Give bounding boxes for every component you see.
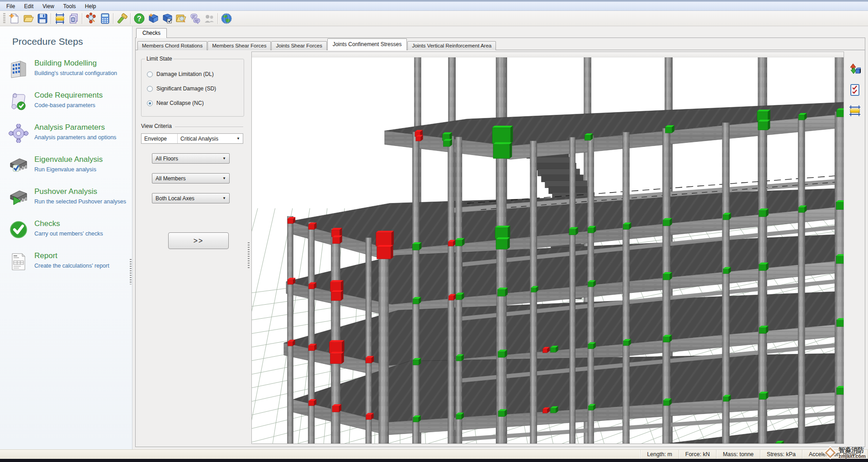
radio-label: Significant Damage (SD) — [156, 85, 216, 92]
view-criteria-header: View Criteria — [141, 123, 243, 129]
toolbar-separator — [51, 13, 51, 24]
members-dropdown[interactable]: All Members▼ — [152, 173, 230, 184]
sidebar-item-eigenvalue-analysis[interactable]: Eigenvalue AnalysisRun Eigenvalue analys… — [8, 156, 132, 175]
axes-dropdown[interactable]: Both Local Axes▼ — [152, 193, 230, 203]
sidebar-item-code-requirements[interactable]: Code RequirementsCode-based parameters — [8, 91, 132, 111]
criteria-controls: Limit State Damage Limitation (DL) Signi… — [136, 50, 246, 447]
checks-list-icon[interactable] — [848, 83, 862, 97]
radio-icon[interactable] — [147, 100, 153, 106]
radio-significant-damage[interactable]: Significant Damage (SD) — [147, 85, 239, 92]
floors-dropdown[interactable]: All Floors▼ — [152, 153, 230, 164]
new-document-icon[interactable] — [7, 12, 21, 25]
analysis-dropdown-value: Critical Analysis — [180, 136, 218, 142]
tab-joints-shear-forces[interactable]: Joints Shear Forces — [271, 41, 326, 50]
chip-run-icon — [8, 188, 29, 207]
display-settings-icon[interactable] — [115, 12, 129, 25]
view-criteria-legend: View Criteria — [141, 123, 172, 129]
toolbar-separator — [217, 13, 218, 24]
model-viewport[interactable] — [251, 52, 844, 444]
tab-label: Joints Shear Forces — [276, 43, 322, 48]
radio-label: Near Collapse (NC) — [156, 100, 204, 106]
tab-label: Joints Confinement Stresses — [333, 41, 402, 47]
open-project-icon[interactable] — [21, 12, 35, 25]
building-3d-scene[interactable] — [252, 57, 844, 443]
step-title: Pushover Analysis — [34, 188, 126, 196]
step-subtitle: Carry out members' checks — [34, 231, 103, 237]
step-subtitle: Create the calculations' report — [34, 263, 109, 269]
code-report-icon[interactable] — [66, 12, 80, 25]
radio-label: Damage Limitation (DL) — [156, 71, 214, 77]
building-modelling-icon[interactable] — [52, 12, 66, 25]
status-mass-units: Mass: tonne — [717, 450, 760, 459]
tab-joints-confinement-stresses[interactable]: Joints Confinement Stresses — [327, 38, 407, 50]
deformed-view-icon[interactable] — [848, 62, 862, 76]
controls-splitter[interactable] — [246, 50, 251, 447]
eigenvalue-model-icon[interactable] — [84, 12, 98, 25]
step-subtitle: Run Eigenvalue analysis — [34, 166, 103, 173]
radio-icon[interactable] — [147, 71, 153, 77]
limit-state-legend: Limit State — [145, 56, 174, 62]
sidebar-item-checks[interactable]: ChecksCarry out members' checks — [8, 220, 132, 240]
procedure-steps-panel: Procedure Steps Building ModellingBuildi… — [0, 26, 132, 449]
tab-joints-vertical-reinforcement-area[interactable]: Joints Vertical Reinforcement Area — [407, 41, 496, 50]
sidebar-item-report[interactable]: ReportCreate the calculations' report — [8, 252, 132, 272]
analysis-dropdown[interactable]: Critical Analysis▼ — [178, 134, 243, 143]
step-subtitle: Run the selected Pushover analyses — [34, 198, 126, 205]
menu-tools[interactable]: Tools — [59, 2, 80, 10]
envelope-analysis-select[interactable]: Envelope Critical Analysis▼ — [141, 133, 243, 144]
sidebar-item-analysis-parameters[interactable]: Analysis ParametersAnalysis parameters a… — [8, 123, 132, 143]
toolbar-separator — [113, 13, 113, 24]
member-section-icon[interactable] — [848, 104, 862, 118]
chevron-down-icon: ▼ — [236, 137, 240, 141]
help-icon[interactable]: ? — [132, 12, 146, 25]
menu-edit[interactable]: Edit — [19, 2, 38, 10]
tab-label: Members Chord Rotations — [142, 43, 203, 48]
limit-state-group: Limit State Damage Limitation (DL) Signi… — [141, 56, 244, 117]
support-disabled-icon — [202, 12, 216, 25]
viewport-canvas[interactable] — [252, 57, 844, 443]
radio-near-collapse[interactable]: Near Collapse (NC) — [147, 100, 239, 106]
tab-label: Joints Vertical Reinforcement Area — [412, 43, 491, 48]
step-subtitle: Analysis parameters and options — [34, 134, 116, 141]
calculator-icon[interactable] — [98, 12, 112, 25]
watermark: 智淼消防 zmjaxf.com — [825, 447, 866, 459]
refresh-view-button[interactable]: >> — [168, 232, 229, 249]
gear-icon — [8, 123, 29, 143]
manual-book-icon[interactable] — [160, 12, 174, 25]
sidebar-title: Procedure Steps — [12, 36, 132, 47]
radio-icon[interactable] — [147, 86, 153, 92]
splitter-grip[interactable] — [248, 242, 250, 269]
axes-dropdown-value: Both Local Axes — [156, 195, 194, 202]
radio-damage-limitation[interactable]: Damage Limitation (DL) — [147, 71, 239, 77]
toolbar-grip[interactable] — [3, 13, 5, 24]
main-panel: Checks Members Chord Rotations Members S… — [132, 26, 868, 449]
tab-checks[interactable]: Checks — [136, 28, 167, 38]
application-window: File Edit View Tools Help ? Procedure St… — [0, 0, 868, 462]
envelope-label: Envelope — [142, 134, 178, 143]
app-body: Procedure Steps Building ModellingBuildi… — [0, 26, 868, 449]
chevron-down-icon: ▼ — [222, 176, 226, 180]
tab-members-chord-rotations[interactable]: Members Chord Rotations — [137, 41, 207, 50]
tutorial-book-icon[interactable] — [146, 12, 160, 25]
sidebar-splitter[interactable] — [130, 259, 132, 284]
menu-help[interactable]: Help — [80, 2, 101, 10]
checks-tab-bar: Members Chord Rotations Members Shear Fo… — [136, 38, 865, 50]
sidebar-item-building-modelling[interactable]: Building ModellingBuilding's structural … — [8, 59, 132, 79]
step-title: Report — [34, 252, 109, 260]
status-force-units: Force: kN — [679, 450, 717, 459]
scroll-check-icon — [8, 91, 29, 111]
tab-members-shear-forces[interactable]: Members Shear Forces — [208, 41, 271, 50]
menu-file[interactable]: File — [2, 2, 19, 10]
save-project-icon[interactable] — [35, 12, 49, 25]
feedback-bubbles-icon[interactable] — [188, 12, 202, 25]
review-folder-icon[interactable] — [174, 12, 188, 25]
watermark-url: zmjaxf.com — [839, 453, 866, 459]
step-subtitle: Code-based parameters — [34, 102, 103, 108]
menu-view[interactable]: View — [38, 2, 59, 10]
window-bottom-edge — [0, 459, 868, 462]
building-icon — [8, 59, 29, 79]
sidebar-item-pushover-analysis[interactable]: Pushover AnalysisRun the selected Pushov… — [8, 188, 132, 207]
report-icon — [8, 252, 29, 272]
outer-tab-bar: Checks — [135, 27, 865, 38]
website-globe-icon[interactable] — [219, 12, 233, 25]
